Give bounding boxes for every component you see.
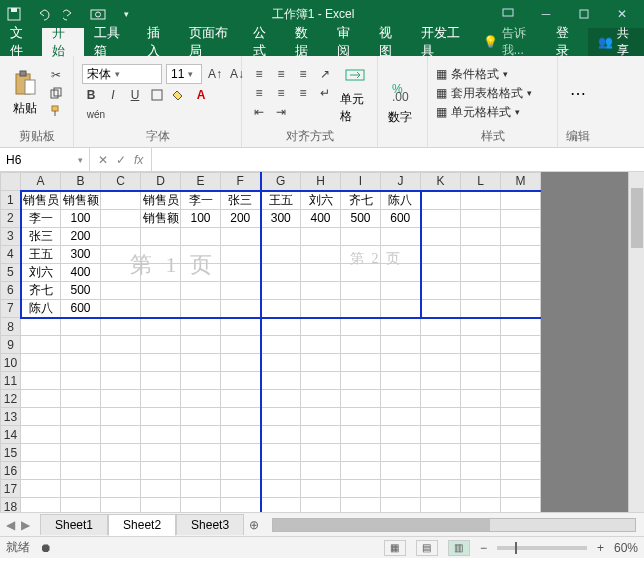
row-header[interactable]: 1 xyxy=(1,191,21,210)
cell[interactable] xyxy=(221,227,261,245)
row-header[interactable]: 14 xyxy=(1,426,21,444)
conditional-format-button[interactable]: ▦条件格式▾ xyxy=(436,66,532,83)
cell[interactable] xyxy=(101,191,141,210)
cell[interactable] xyxy=(301,426,341,444)
cell[interactable]: 500 xyxy=(341,209,381,227)
cell[interactable] xyxy=(501,245,541,263)
cell[interactable] xyxy=(461,408,501,426)
cell[interactable]: 刘六 xyxy=(301,191,341,210)
phonetic-button[interactable]: wén xyxy=(82,106,110,122)
cell[interactable] xyxy=(21,354,61,372)
cell[interactable] xyxy=(21,390,61,408)
col-header[interactable]: D xyxy=(141,173,181,191)
cell[interactable] xyxy=(461,444,501,462)
font-size-combo[interactable]: 11▾ xyxy=(166,64,202,84)
row-header[interactable]: 2 xyxy=(1,209,21,227)
cell[interactable] xyxy=(261,318,301,336)
cell[interactable] xyxy=(261,299,301,318)
row-header[interactable]: 12 xyxy=(1,390,21,408)
cell[interactable] xyxy=(381,281,421,299)
cell[interactable] xyxy=(221,336,261,354)
tab-toolbox[interactable]: 工具箱 xyxy=(84,28,137,56)
align-top-icon[interactable]: ≡ xyxy=(250,66,268,82)
cell[interactable] xyxy=(221,318,261,336)
cell[interactable] xyxy=(21,372,61,390)
cell[interactable] xyxy=(61,462,101,480)
cell[interactable] xyxy=(261,426,301,444)
col-header[interactable]: C xyxy=(101,173,141,191)
cell[interactable] xyxy=(501,390,541,408)
cell[interactable] xyxy=(101,408,141,426)
cell[interactable]: 齐七 xyxy=(341,191,381,210)
cell[interactable] xyxy=(261,281,301,299)
cell[interactable] xyxy=(221,245,261,263)
cell[interactable] xyxy=(181,426,221,444)
cell[interactable] xyxy=(421,372,461,390)
cell[interactable] xyxy=(101,372,141,390)
cell[interactable]: 100 xyxy=(181,209,221,227)
italic-button[interactable]: I xyxy=(104,87,122,103)
tell-me[interactable]: 💡告诉我... xyxy=(475,28,546,56)
cell[interactable] xyxy=(141,227,181,245)
cell[interactable] xyxy=(21,336,61,354)
cell[interactable]: 张三 xyxy=(21,227,61,245)
cell[interactable] xyxy=(141,498,181,513)
cell[interactable] xyxy=(421,462,461,480)
cell[interactable] xyxy=(381,498,421,513)
cell[interactable]: 王五 xyxy=(21,245,61,263)
cell[interactable] xyxy=(301,281,341,299)
row-header[interactable]: 16 xyxy=(1,462,21,480)
cell[interactable] xyxy=(261,498,301,513)
cell[interactable] xyxy=(421,390,461,408)
cell[interactable] xyxy=(101,480,141,498)
vertical-scrollbar[interactable] xyxy=(628,172,644,512)
cell[interactable] xyxy=(181,498,221,513)
formula-input[interactable] xyxy=(152,148,644,171)
cell[interactable]: 400 xyxy=(301,209,341,227)
tab-review[interactable]: 审阅 xyxy=(327,28,369,56)
cell[interactable] xyxy=(381,480,421,498)
cell[interactable] xyxy=(261,462,301,480)
cell[interactable] xyxy=(501,426,541,444)
zoom-out-button[interactable]: − xyxy=(480,541,487,555)
cell[interactable] xyxy=(461,227,501,245)
align-bottom-icon[interactable]: ≡ xyxy=(294,66,312,82)
name-box[interactable]: H6▾ xyxy=(0,148,90,171)
cell[interactable] xyxy=(461,354,501,372)
cell[interactable] xyxy=(141,408,181,426)
bold-button[interactable]: B xyxy=(82,87,100,103)
accept-formula-icon[interactable]: ✓ xyxy=(116,153,126,167)
cell[interactable] xyxy=(461,426,501,444)
cell[interactable]: 300 xyxy=(261,209,301,227)
col-header[interactable]: I xyxy=(341,173,381,191)
row-header[interactable]: 11 xyxy=(1,372,21,390)
cell[interactable] xyxy=(141,281,181,299)
row-header[interactable]: 3 xyxy=(1,227,21,245)
select-all-button[interactable] xyxy=(1,173,21,191)
copy-icon[interactable] xyxy=(47,85,65,101)
spreadsheet-grid[interactable]: A B C D E F G H I J K L M 1销售员销售额销售员李一张三… xyxy=(0,172,541,512)
cell[interactable] xyxy=(221,263,261,281)
cell[interactable] xyxy=(421,281,461,299)
cell[interactable] xyxy=(421,318,461,336)
cell[interactable] xyxy=(181,245,221,263)
cell[interactable]: 王五 xyxy=(261,191,301,210)
align-center-icon[interactable]: ≡ xyxy=(272,85,290,101)
cell[interactable] xyxy=(101,281,141,299)
wrap-text-icon[interactable]: ↵ xyxy=(316,85,334,101)
cell[interactable]: 600 xyxy=(61,299,101,318)
cell[interactable] xyxy=(141,372,181,390)
cell[interactable] xyxy=(381,299,421,318)
cell[interactable] xyxy=(21,408,61,426)
cell[interactable] xyxy=(501,191,541,210)
cell[interactable] xyxy=(101,336,141,354)
row-header[interactable]: 8 xyxy=(1,318,21,336)
cell[interactable] xyxy=(341,299,381,318)
col-header[interactable]: E xyxy=(181,173,221,191)
col-header[interactable]: K xyxy=(421,173,461,191)
fx-icon[interactable]: fx xyxy=(134,153,143,167)
share-button[interactable]: 👥共享 xyxy=(588,28,644,56)
tab-home[interactable]: 开始 xyxy=(42,28,84,56)
cell[interactable] xyxy=(501,227,541,245)
close-icon[interactable]: ✕ xyxy=(604,3,640,25)
